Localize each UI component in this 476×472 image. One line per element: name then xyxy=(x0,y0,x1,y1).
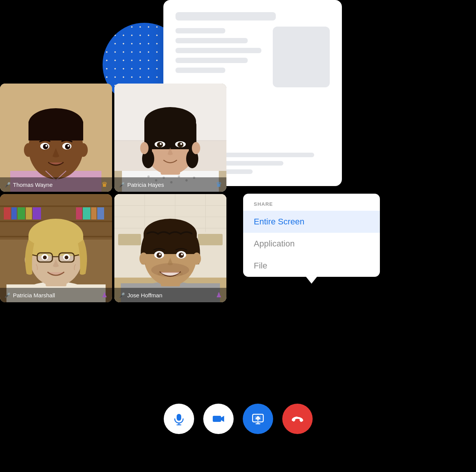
svg-point-95 xyxy=(193,253,201,265)
mic-icon-thomas: 🎤 xyxy=(5,182,11,188)
svg-rect-54 xyxy=(33,207,41,219)
crown-patricia-m: ♟ xyxy=(101,291,108,299)
svg-point-103 xyxy=(158,272,161,275)
crown-thomas: ♛ xyxy=(101,180,108,189)
svg-rect-66 xyxy=(28,235,83,256)
svg-point-74 xyxy=(43,256,47,259)
svg-rect-51 xyxy=(11,207,17,219)
svg-point-94 xyxy=(139,253,148,265)
svg-rect-57 xyxy=(91,207,96,219)
name-patricia-m: Patricia Marshall xyxy=(13,292,55,298)
label-left-thomas: 🎤 Thomas Wayne xyxy=(5,182,52,188)
svg-rect-105 xyxy=(177,414,181,421)
share-item-application[interactable]: Application xyxy=(243,233,380,255)
svg-point-9 xyxy=(79,143,88,157)
svg-point-13 xyxy=(65,144,70,149)
svg-rect-53 xyxy=(26,207,32,219)
video-feed-thomas xyxy=(0,84,112,192)
video-feed-patricia-m xyxy=(0,194,112,302)
svg-rect-93 xyxy=(144,233,197,254)
svg-point-100 xyxy=(159,254,161,256)
svg-point-99 xyxy=(179,253,184,258)
svg-point-34 xyxy=(157,142,163,147)
share-item-file[interactable]: File xyxy=(243,255,380,277)
video-label-jose: 🎤 Jose Hoffman ♟ xyxy=(114,288,226,302)
name-thomas: Thomas Wayne xyxy=(13,182,52,188)
svg-point-31 xyxy=(192,142,200,154)
end-call-button[interactable] xyxy=(282,404,313,434)
video-feed-patricia-h xyxy=(114,84,226,192)
video-call-scene: 🎤 Thomas Wayne ♛ xyxy=(0,0,476,472)
svg-point-35 xyxy=(177,142,183,147)
svg-point-15 xyxy=(68,145,70,147)
share-popup: SHARE Entire Screen Application File xyxy=(243,194,380,277)
svg-point-75 xyxy=(65,256,68,259)
svg-point-101 xyxy=(181,254,183,256)
svg-rect-86 xyxy=(198,234,223,245)
svg-rect-7 xyxy=(28,122,83,140)
video-tile-patricia-h: 🎤 Patricia Hayes ♛ xyxy=(114,84,226,192)
svg-point-104 xyxy=(180,272,183,275)
svg-rect-85 xyxy=(118,234,141,245)
crown-patricia-h: ♛ xyxy=(216,180,222,189)
mic-button[interactable] xyxy=(164,404,194,434)
svg-rect-52 xyxy=(17,207,25,219)
mic-icon-jose: 🎤 xyxy=(119,292,125,298)
label-left-patricia-h: 🎤 Patricia Hayes xyxy=(119,182,164,188)
video-feed-jose xyxy=(114,194,226,302)
preview-line-3 xyxy=(176,48,261,53)
svg-point-12 xyxy=(43,144,48,149)
mic-icon-patricia-h: 🎤 xyxy=(119,182,125,188)
camera-button-icon xyxy=(212,412,225,425)
share-screen-button[interactable] xyxy=(243,404,273,434)
video-grid: 🎤 Thomas Wayne ♛ xyxy=(0,84,226,302)
share-item-entire-screen[interactable]: Entire Screen xyxy=(243,211,380,233)
video-tile-thomas: 🎤 Thomas Wayne ♛ xyxy=(0,84,112,192)
preview-thumbnail xyxy=(273,27,330,87)
svg-point-36 xyxy=(160,143,162,145)
svg-point-30 xyxy=(140,142,149,154)
svg-rect-108 xyxy=(213,416,221,422)
svg-rect-50 xyxy=(4,207,11,219)
label-left-jose: 🎤 Jose Hoffman xyxy=(119,292,162,298)
svg-rect-47 xyxy=(0,205,112,207)
preview-line-2 xyxy=(176,38,248,43)
preview-line-1 xyxy=(176,28,225,33)
share-screen-button-icon xyxy=(251,412,264,425)
video-tile-jose: 🎤 Jose Hoffman ♟ xyxy=(114,194,226,302)
name-patricia-h: Patricia Hayes xyxy=(127,182,164,188)
svg-point-37 xyxy=(180,143,182,145)
svg-point-98 xyxy=(157,253,162,258)
video-label-thomas: 🎤 Thomas Wayne ♛ xyxy=(0,177,112,192)
video-tile-patricia-m: 🎤 Patricia Marshall ♟ xyxy=(0,194,112,302)
label-left-patricia-m: 🎤 Patricia Marshall xyxy=(5,292,55,298)
video-label-patricia-h: 🎤 Patricia Hayes ♛ xyxy=(114,177,226,192)
svg-rect-55 xyxy=(76,207,82,219)
end-call-button-icon xyxy=(291,412,304,425)
share-header: SHARE xyxy=(243,194,380,211)
mic-button-icon xyxy=(172,412,185,425)
controls-bar xyxy=(164,404,313,434)
preview-line-4 xyxy=(176,58,248,63)
video-label-patricia-m: 🎤 Patricia Marshall ♟ xyxy=(0,288,112,302)
svg-rect-25 xyxy=(144,121,196,149)
svg-point-8 xyxy=(24,143,33,157)
preview-bar xyxy=(176,12,276,21)
svg-rect-56 xyxy=(83,207,90,219)
camera-button[interactable] xyxy=(203,404,234,434)
svg-point-14 xyxy=(46,145,47,147)
svg-rect-58 xyxy=(97,207,104,219)
name-jose: Jose Hoffman xyxy=(127,292,162,298)
crown-jose: ♟ xyxy=(216,291,222,299)
preview-line-5 xyxy=(176,68,225,73)
mic-icon-patricia-m: 🎤 xyxy=(5,292,11,298)
